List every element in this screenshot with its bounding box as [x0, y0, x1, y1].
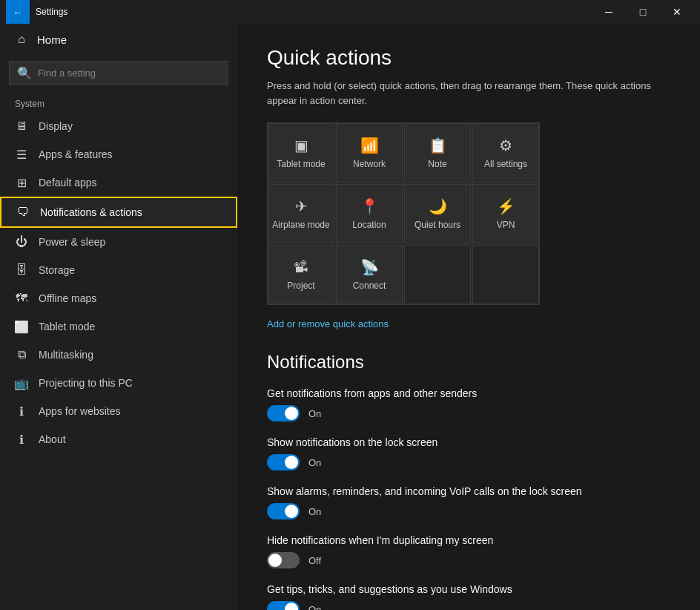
apps-websites-icon: ℹ — [15, 404, 28, 418]
sidebar-item-offline-maps[interactable]: 🗺 Offline maps — [0, 284, 237, 312]
qa-tile-label: Note — [428, 159, 446, 169]
qa-tile-connect[interactable]: 📡 Connect — [336, 245, 403, 304]
qa-tile-label: VPN — [497, 220, 515, 230]
vpn-icon: ⚡ — [497, 197, 515, 215]
notif-toggle-alarms[interactable] — [267, 503, 300, 519]
notif-toggle-label-lock-screen: On — [308, 457, 321, 468]
sidebar-item-storage[interactable]: 🗄 Storage — [0, 256, 237, 284]
notif-label-alarms: Show alarms, reminders, and incoming VoI… — [267, 485, 670, 497]
sidebar-item-label: Tablet mode — [39, 321, 95, 332]
sidebar-item-tablet-mode[interactable]: ⬜ Tablet mode — [0, 312, 237, 341]
notif-toggle-label-alarms: On — [308, 506, 321, 517]
toggle-knob — [285, 505, 298, 518]
sidebar-item-notifications-actions[interactable]: 🗨 Notifications & actions — [0, 197, 237, 228]
qa-tile-vpn[interactable]: ⚡ VPN — [472, 184, 539, 243]
connect-icon: 📡 — [360, 258, 379, 276]
notif-row-lock-screen: Show notifications on the lock screen On — [267, 436, 670, 470]
add-remove-quick-actions-link[interactable]: Add or remove quick actions — [267, 318, 389, 329]
sidebar-item-label: Display — [39, 120, 73, 132]
titlebar: ← Settings ─ □ ✕ — [0, 0, 700, 24]
sidebar-item-projecting[interactable]: 📺 Projecting to this PC — [0, 369, 237, 397]
quiet-hours-icon: 🌙 — [429, 197, 447, 215]
notif-toggle-tips[interactable] — [267, 601, 300, 610]
toggle-knob — [285, 407, 298, 420]
notifications-icon: 🗨 — [16, 206, 30, 219]
window-controls: ─ □ ✕ — [592, 0, 694, 24]
sidebar-item-default-apps[interactable]: ⊞ Default apps — [0, 168, 237, 197]
all-settings-icon: ⚙ — [499, 137, 512, 154]
qa-tile-note[interactable]: 📋 Note — [404, 123, 471, 183]
airplane-mode-icon: ✈ — [295, 197, 308, 215]
display-icon: 🖥 — [15, 119, 28, 133]
qa-tile-tablet-mode[interactable]: ▣ Tablet mode — [268, 123, 334, 183]
qa-tile-airplane-mode[interactable]: ✈ Airplane mode — [268, 184, 334, 243]
main-container: ⌂ Home 🔍 System 🖥 Display ☰ Apps & featu… — [0, 24, 700, 610]
notifications-title: Notifications — [267, 352, 670, 373]
qa-tile-label: Quiet hours — [415, 220, 460, 230]
sidebar-item-label: Projecting to this PC — [39, 377, 133, 389]
notif-toggle-lock-screen[interactable] — [267, 454, 300, 470]
qa-tile-label: Location — [352, 220, 386, 230]
network-icon: 📶 — [360, 137, 379, 154]
system-label: System — [0, 91, 237, 112]
sidebar-item-label: Multitasking — [39, 349, 93, 361]
offline-maps-icon: 🗺 — [15, 292, 28, 305]
quick-actions-grid: ▣ Tablet mode 📶 Network 📋 Note ⚙ All set… — [267, 122, 540, 305]
sidebar-home-label: Home — [37, 33, 67, 46]
qa-tile-empty-1 — [404, 245, 471, 304]
content-area: Quick actions Press and hold (or select)… — [237, 24, 700, 610]
sidebar-item-about[interactable]: ℹ About — [0, 425, 237, 453]
note-icon: 📋 — [429, 137, 447, 154]
qa-tile-project[interactable]: 📽 Project — [268, 245, 334, 304]
sidebar-item-apps-websites[interactable]: ℹ Apps for websites — [0, 397, 237, 425]
storage-icon: 🗄 — [15, 263, 28, 277]
notif-toggle-row-alarms: On — [267, 503, 670, 519]
maximize-button[interactable]: □ — [626, 0, 660, 24]
qa-tile-location[interactable]: 📍 Location — [336, 184, 403, 243]
sidebar-item-label: Notifications & actions — [40, 206, 142, 218]
sidebar-item-apps-features[interactable]: ☰ Apps & features — [0, 140, 237, 168]
sidebar-item-home[interactable]: ⌂ Home — [0, 24, 237, 55]
sidebar-item-display[interactable]: 🖥 Display — [0, 112, 237, 140]
notif-toggle-row-lock-screen: On — [267, 454, 670, 470]
notif-toggle-label-duplicating: Off — [308, 555, 321, 566]
notif-toggle-label-tips: On — [308, 604, 321, 611]
search-input[interactable] — [38, 68, 220, 79]
qa-tile-network[interactable]: 📶 Network — [336, 123, 403, 183]
qa-tile-all-settings[interactable]: ⚙ All settings — [472, 123, 539, 183]
notif-toggle-row-duplicating: Off — [267, 552, 670, 568]
sidebar-item-label: Apps for websites — [39, 405, 121, 417]
toggle-knob — [285, 603, 298, 610]
qa-tile-empty-2 — [472, 245, 539, 304]
qa-tile-label: Network — [353, 159, 386, 169]
quick-actions-desc: Press and hold (or select) quick actions… — [267, 79, 670, 108]
power-icon: ⏻ — [15, 235, 28, 249]
close-button[interactable]: ✕ — [660, 0, 694, 24]
location-icon: 📍 — [360, 197, 379, 215]
notif-row-alarms: Show alarms, reminders, and incoming VoI… — [267, 485, 670, 519]
sidebar-item-label: About — [39, 433, 66, 445]
sidebar-item-label: Default apps — [39, 177, 97, 188]
qa-tile-label: Connect — [353, 281, 386, 291]
sidebar-item-power-sleep[interactable]: ⏻ Power & sleep — [0, 228, 237, 256]
sidebar-item-multitasking[interactable]: ⧉ Multitasking — [0, 341, 237, 369]
notif-label-apps-senders: Get notifications from apps and other se… — [267, 387, 670, 399]
back-button[interactable]: ← — [6, 0, 30, 24]
notif-toggle-apps-senders[interactable] — [267, 405, 300, 422]
back-icon: ← — [13, 7, 22, 18]
toggle-knob — [268, 554, 282, 567]
notif-toggle-duplicating[interactable] — [267, 552, 300, 568]
qa-tile-label: Airplane mode — [272, 220, 329, 230]
page-title: Quick actions — [267, 46, 670, 70]
qa-tile-quiet-hours[interactable]: 🌙 Quiet hours — [404, 184, 471, 243]
sidebar-item-label: Power & sleep — [39, 236, 105, 248]
minimize-button[interactable]: ─ — [592, 0, 626, 24]
search-icon: 🔍 — [17, 66, 32, 80]
sidebar-item-label: Storage — [39, 264, 75, 276]
search-box[interactable]: 🔍 — [9, 61, 228, 85]
qa-tile-label: Project — [287, 281, 314, 291]
sidebar: ⌂ Home 🔍 System 🖥 Display ☰ Apps & featu… — [0, 24, 237, 610]
projecting-icon: 📺 — [15, 376, 28, 390]
notif-row-tips: Get tips, tricks, and suggestions as you… — [267, 583, 670, 610]
qa-tile-label: All settings — [484, 159, 527, 169]
